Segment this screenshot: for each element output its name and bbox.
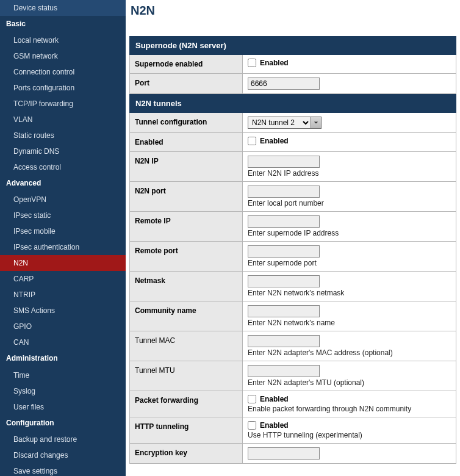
row-remote-ip: Remote IP Enter supernode IP address xyxy=(129,212,456,242)
label-n2n-port: N2N port xyxy=(130,182,243,211)
input-remote-port[interactable] xyxy=(248,245,320,258)
chevron-down-icon[interactable] xyxy=(311,117,322,129)
sidebar-item-user-files[interactable]: User files xyxy=(0,399,126,415)
label-n2n-ip: N2N IP xyxy=(130,152,243,181)
input-tunnel-mtu[interactable] xyxy=(248,365,320,377)
label-tunnel-configuration: Tunnel configuration xyxy=(130,113,243,132)
hint-tunnel-mac: Enter N2N adapter's MAC address (optiona… xyxy=(248,348,451,357)
sidebar-section-advanced: Advanced xyxy=(0,175,126,192)
sidebar-item-sms-actions[interactable]: SMS Actions xyxy=(0,303,126,319)
sidebar-item-static-routes[interactable]: Static routes xyxy=(0,128,126,143)
checkbox-packet-forwarding[interactable] xyxy=(248,395,256,403)
select-tunnel-configuration[interactable]: N2N tunnel 2 xyxy=(248,117,311,129)
sidebar-section-configuration: Configuration xyxy=(0,415,126,431)
input-netmask[interactable] xyxy=(248,275,320,287)
label-remote-port: Remote port xyxy=(130,242,243,271)
label-enabled: Enabled xyxy=(130,133,243,151)
row-tunnel-configuration: Tunnel configuration N2N tunnel 2 xyxy=(129,113,456,133)
row-remote-port: Remote port Enter supernode port xyxy=(129,242,456,272)
hint-packet-forwarding: Enable packet forwarding through N2N com… xyxy=(248,405,451,413)
sidebar-item-backup-restore[interactable]: Backup and restore xyxy=(0,431,126,447)
label-tunnel-mtu: Tunnel MTU xyxy=(130,361,243,391)
row-packet-forwarding: Packet forwarding Enabled Enable packet … xyxy=(129,391,456,417)
page-title: N2N xyxy=(131,4,456,18)
sidebar-item-local-network[interactable]: Local network xyxy=(0,32,126,48)
input-n2n-ip[interactable] xyxy=(248,156,320,168)
sidebar-item-dynamic-dns[interactable]: Dynamic DNS xyxy=(0,143,126,159)
hint-n2n-port: Enter local port number xyxy=(248,199,451,207)
sidebar-item-can[interactable]: CAN xyxy=(0,334,126,350)
cblabel-http-tunneling: Enabled xyxy=(260,421,289,430)
sidebar-item-n2n[interactable]: N2N xyxy=(0,255,126,271)
row-enabled: Enabled Enabled xyxy=(129,133,456,152)
hint-community: Enter N2N network's name xyxy=(248,319,451,327)
sidebar-item-ipsec-static[interactable]: IPsec static xyxy=(0,207,126,223)
input-remote-ip[interactable] xyxy=(248,215,320,228)
cblabel-packet-forwarding: Enabled xyxy=(260,395,289,403)
sidebar-item-save-settings[interactable]: Save settings xyxy=(0,463,126,476)
input-n2n-port[interactable] xyxy=(248,186,320,198)
label-http-tunneling: HTTP tunneling xyxy=(130,417,243,443)
input-encryption-key[interactable] xyxy=(248,447,320,460)
label-packet-forwarding: Packet forwarding xyxy=(130,391,243,417)
main-content: N2N Supernode (N2N server) Supernode ena… xyxy=(126,0,460,476)
label-encryption-key: Encryption key xyxy=(130,444,243,463)
checkbox-http-tunneling[interactable] xyxy=(248,421,256,430)
sidebar-section-basic: Basic xyxy=(0,16,126,32)
sidebar-item-ipsec-authentication[interactable]: IPsec authentication xyxy=(0,239,126,255)
label-tunnel-mac: Tunnel MAC xyxy=(130,331,243,361)
row-tunnel-mtu: Tunnel MTU Enter N2N adapter's MTU (opti… xyxy=(129,361,456,391)
sidebar-item-gsm-network[interactable]: GSM network xyxy=(0,48,126,64)
hint-remote-port: Enter supernode port xyxy=(248,259,451,267)
hint-remote-ip: Enter supernode IP address xyxy=(248,229,451,237)
sidebar-item-openvpn[interactable]: OpenVPN xyxy=(0,192,126,207)
sidebar-item-discard-changes[interactable]: Discard changes xyxy=(0,447,126,463)
label-netmask: Netmask xyxy=(130,272,243,301)
row-http-tunneling: HTTP tunneling Enabled Use HTTP tunnelin… xyxy=(129,417,456,444)
sidebar-item-connection-control[interactable]: Connection control xyxy=(0,64,126,80)
checkbox-supernode-enabled[interactable] xyxy=(248,59,256,67)
sidebar-item-carp[interactable]: CARP xyxy=(0,271,126,287)
hint-tunnel-mtu: Enter N2N adapter's MTU (optional) xyxy=(248,378,451,387)
input-community[interactable] xyxy=(248,305,320,317)
row-community: Community name Enter N2N network's name xyxy=(129,301,456,331)
section-header-tunnels: N2N tunnels xyxy=(129,94,456,113)
sidebar-item-gpio[interactable]: GPIO xyxy=(0,319,126,334)
label-port: Port xyxy=(130,74,243,93)
sidebar-item-access-control[interactable]: Access control xyxy=(0,159,126,175)
hint-netmask: Enter N2N network's netmask xyxy=(248,289,451,297)
row-supernode-enabled: Supernode enabled Enabled xyxy=(129,55,456,74)
sidebar-item-device-status[interactable]: Device status xyxy=(0,0,126,16)
sidebar: Device status Basic Local network GSM ne… xyxy=(0,0,126,476)
row-tunnel-mac: Tunnel MAC Enter N2N adapter's MAC addre… xyxy=(129,331,456,361)
row-port: Port xyxy=(129,74,456,94)
label-supernode-enabled: Supernode enabled xyxy=(130,55,243,73)
label-community: Community name xyxy=(130,301,243,331)
section-header-supernode: Supernode (N2N server) xyxy=(129,36,456,55)
cblabel-supernode-enabled: Enabled xyxy=(260,59,289,67)
sidebar-item-ports-configuration[interactable]: Ports configuration xyxy=(0,80,126,96)
row-netmask: Netmask Enter N2N network's netmask xyxy=(129,272,456,301)
hint-http-tunneling: Use HTTP tunneling (experimental) xyxy=(248,431,451,439)
sidebar-item-tcpip-forwarding[interactable]: TCP/IP forwarding xyxy=(0,96,126,112)
input-port[interactable] xyxy=(248,78,320,90)
cblabel-enabled: Enabled xyxy=(260,137,289,145)
sidebar-item-time[interactable]: Time xyxy=(0,367,126,383)
sidebar-item-ipsec-mobile[interactable]: IPsec mobile xyxy=(0,223,126,239)
label-remote-ip: Remote IP xyxy=(130,212,243,241)
input-tunnel-mac[interactable] xyxy=(248,335,320,347)
row-encryption-key: Encryption key xyxy=(129,444,456,464)
sidebar-item-vlan[interactable]: VLAN xyxy=(0,112,126,128)
hint-n2n-ip: Enter N2N IP address xyxy=(248,169,451,178)
sidebar-item-syslog[interactable]: Syslog xyxy=(0,383,126,399)
row-n2n-port: N2N port Enter local port number xyxy=(129,182,456,212)
row-n2n-ip: N2N IP Enter N2N IP address xyxy=(129,152,456,182)
sidebar-item-ntrip[interactable]: NTRIP xyxy=(0,287,126,303)
checkbox-enabled[interactable] xyxy=(248,137,256,145)
sidebar-section-administration: Administration xyxy=(0,350,126,367)
